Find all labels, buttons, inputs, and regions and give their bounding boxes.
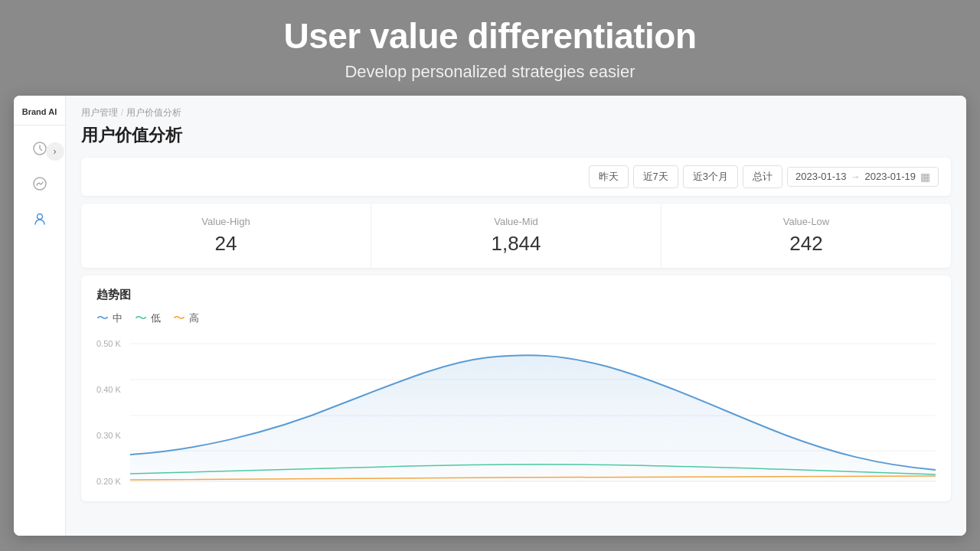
sidebar-expand-btn[interactable]: › — [46, 142, 64, 161]
y-label-1: 0.40 K — [96, 385, 129, 394]
stat-label-high: Value-High — [96, 216, 355, 227]
stat-card-mid: Value-Mid 1,844 — [371, 204, 662, 268]
legend-mid-label: 中 — [113, 311, 122, 325]
sidebar-icons: › — [14, 126, 65, 242]
breadcrumb-separator: / — [121, 107, 123, 118]
hero-title: User value differentiation — [0, 17, 980, 56]
stat-card-low: Value-Low 242 — [662, 204, 951, 268]
legend-low-wave: 〜 — [135, 312, 147, 324]
breadcrumb-current: 用户价值分析 — [126, 106, 181, 119]
chart-icon — [32, 176, 47, 191]
sidebar-item-home[interactable]: › — [24, 133, 55, 164]
chart-legend: 〜 中 〜 低 〜 高 — [96, 311, 936, 325]
stat-label-mid: Value-Mid — [387, 216, 645, 227]
stat-label-low: Value-Low — [677, 216, 936, 227]
hero-subtitle: Develop personalized strategies easier — [0, 62, 980, 82]
filter-bar: 昨天 近7天 近3个月 总计 2023-01-13 → 2023-01-19 ▦ — [81, 158, 951, 196]
date-end: 2023-01-19 — [865, 171, 916, 182]
calendar-icon: ▦ — [920, 171, 930, 183]
home-icon — [32, 141, 47, 156]
legend-high-wave: 〜 — [173, 312, 185, 324]
breadcrumb: 用户管理 / 用户价值分析 — [81, 106, 951, 119]
sidebar-item-users[interactable] — [24, 204, 55, 234]
sidebar: Brand AI › — [14, 96, 66, 536]
filter-last3months[interactable]: 近3个月 — [683, 165, 738, 188]
svg-point-2 — [37, 214, 42, 219]
brand-logo: Brand AI — [14, 96, 65, 126]
main-content: 用户管理 / 用户价值分析 用户价值分析 昨天 近7天 近3个月 总计 2023… — [66, 96, 966, 536]
stat-value-mid: 1,844 — [387, 232, 645, 256]
stat-value-low: 242 — [677, 232, 936, 256]
chart-section: 趋势图 〜 中 〜 低 〜 高 — [81, 276, 951, 501]
filter-last7days[interactable]: 近7天 — [633, 165, 678, 188]
chart-title: 趋势图 — [96, 288, 936, 302]
chart-area: 0.50 K 0.40 K 0.30 K 0.20 K — [96, 336, 936, 489]
filter-total[interactable]: 总计 — [743, 165, 782, 188]
stat-value-high: 24 — [96, 232, 355, 256]
breadcrumb-parent[interactable]: 用户管理 — [81, 106, 118, 119]
y-label-0: 0.50 K — [96, 339, 129, 348]
date-arrow: → — [851, 171, 861, 182]
sidebar-item-chart[interactable] — [24, 168, 55, 199]
date-start: 2023-01-13 — [795, 171, 847, 182]
legend-low: 〜 低 — [135, 311, 161, 325]
legend-low-label: 低 — [151, 311, 161, 325]
stat-card-high: Value-High 24 — [81, 204, 371, 268]
hero-section: User value differentiation Develop perso… — [0, 0, 980, 96]
y-label-2: 0.30 K — [96, 431, 129, 440]
date-range-picker[interactable]: 2023-01-13 → 2023-01-19 ▦ — [787, 167, 939, 187]
legend-mid: 〜 中 — [96, 311, 122, 325]
legend-high: 〜 高 — [173, 311, 199, 325]
main-inner: 用户管理 / 用户价值分析 用户价值分析 昨天 近7天 近3个月 总计 2023… — [66, 96, 966, 536]
stats-row: Value-High 24 Value-Mid 1,844 Value-Low … — [81, 204, 951, 268]
filter-yesterday[interactable]: 昨天 — [589, 165, 629, 188]
page-title: 用户价值分析 — [81, 124, 951, 147]
chart-svg — [130, 336, 936, 489]
legend-mid-wave: 〜 — [96, 312, 109, 324]
y-label-3: 0.20 K — [96, 477, 129, 486]
app-window: Brand AI › — [14, 96, 966, 536]
legend-high-label: 高 — [189, 311, 199, 325]
users-icon — [32, 211, 47, 227]
